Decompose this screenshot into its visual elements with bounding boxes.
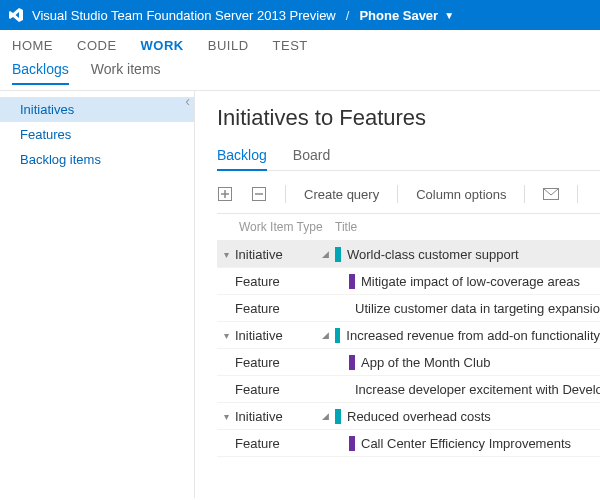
work-item-title: Increase developer excitement with Devel… (335, 382, 600, 397)
tab-backlog[interactable]: Backlog (217, 141, 267, 171)
subnav-work-items[interactable]: Work items (91, 61, 161, 84)
work-item-type: Feature (235, 382, 335, 397)
title-separator: / (346, 8, 350, 23)
sidebar-item-initiatives[interactable]: Initiatives (0, 97, 194, 122)
feature-color-chip (349, 436, 355, 451)
column-header-title[interactable]: Title (335, 220, 600, 234)
toolbar-divider (577, 185, 578, 203)
collapse-child-icon[interactable]: ◢ (322, 249, 329, 259)
collapse-all-icon[interactable] (251, 186, 267, 202)
tab-board[interactable]: Board (293, 141, 330, 170)
nav-work[interactable]: WORK (141, 38, 184, 53)
work-item-title: World-class customer support (335, 247, 600, 262)
secondary-nav: Backlogs Work items (0, 59, 600, 91)
nav-test[interactable]: TEST (273, 38, 308, 53)
collapse-child-icon[interactable]: ◢ (322, 330, 329, 340)
work-item-row[interactable]: ▾Initiative◢Reduced overhead costs (217, 403, 600, 430)
sidebar-collapse-icon[interactable]: ‹ (185, 93, 190, 109)
initiative-color-chip (335, 409, 341, 424)
expand-icon[interactable]: ▾ (217, 411, 235, 422)
work-item-type: Initiative◢ (235, 328, 335, 343)
feature-color-chip (349, 274, 355, 289)
sidebar-item-features[interactable]: Features (0, 122, 194, 147)
subnav-backlogs[interactable]: Backlogs (12, 61, 69, 85)
column-header-type[interactable]: Work Item Type (217, 220, 335, 234)
work-item-row[interactable]: FeatureIncrease developer excitement wit… (217, 376, 600, 403)
work-item-title: Call Center Efficiency Improvements (335, 436, 600, 451)
add-item-icon[interactable] (217, 186, 233, 202)
toolbar-divider (285, 185, 286, 203)
work-item-type: Feature (235, 274, 335, 289)
content-tabs: Backlog Board (217, 141, 600, 171)
nav-code[interactable]: CODE (77, 38, 117, 53)
expand-icon[interactable]: ▾ (217, 249, 235, 260)
work-item-title: Utilize customer data in targeting expan… (335, 301, 600, 316)
main-area: ‹ Initiatives Features Backlog items Ini… (0, 91, 600, 498)
work-item-type: Initiative◢ (235, 409, 335, 424)
work-item-type: Feature (235, 436, 335, 451)
project-dropdown[interactable]: Phone Saver ▼ (359, 8, 454, 23)
grid-body: ▾Initiative◢World-class customer support… (217, 241, 600, 457)
work-item-title: Mitigate impact of low-coverage areas (335, 274, 600, 289)
grid-header: Work Item Type Title (217, 214, 600, 241)
app-title: Visual Studio Team Foundation Server 201… (32, 8, 336, 23)
collapse-child-icon[interactable]: ◢ (322, 411, 329, 421)
work-item-title: App of the Month Club (335, 355, 600, 370)
nav-home[interactable]: HOME (12, 38, 53, 53)
page-title: Initiatives to Features (217, 105, 600, 131)
sidebar-item-backlog-items[interactable]: Backlog items (0, 147, 194, 172)
work-item-row[interactable]: FeatureCall Center Efficiency Improvemen… (217, 430, 600, 457)
toolbar-divider (397, 185, 398, 203)
chevron-down-icon: ▼ (444, 10, 454, 21)
work-item-type: Feature (235, 301, 335, 316)
expand-icon[interactable]: ▾ (217, 330, 235, 341)
work-item-row[interactable]: ▾Initiative◢Increased revenue from add-o… (217, 322, 600, 349)
toolbar-divider (524, 185, 525, 203)
initiative-color-chip (335, 247, 341, 262)
project-name: Phone Saver (359, 8, 438, 23)
nav-build[interactable]: BUILD (208, 38, 249, 53)
work-item-row[interactable]: FeatureMitigate impact of low-coverage a… (217, 268, 600, 295)
vs-logo-icon (8, 7, 24, 23)
email-icon[interactable] (543, 186, 559, 202)
work-item-row[interactable]: FeatureApp of the Month Club (217, 349, 600, 376)
content-area: Initiatives to Features Backlog Board Cr… (195, 91, 600, 498)
work-item-type: Feature (235, 355, 335, 370)
title-bar: Visual Studio Team Foundation Server 201… (0, 0, 600, 30)
initiative-color-chip (335, 328, 340, 343)
work-item-title: Reduced overhead costs (335, 409, 600, 424)
feature-color-chip (349, 355, 355, 370)
backlog-sidebar: ‹ Initiatives Features Backlog items (0, 91, 195, 498)
column-options-button[interactable]: Column options (416, 187, 506, 202)
work-item-row[interactable]: FeatureUtilize customer data in targetin… (217, 295, 600, 322)
backlog-toolbar: Create query Column options (217, 179, 600, 214)
work-item-type: Initiative◢ (235, 247, 335, 262)
work-item-title: Increased revenue from add-on functional… (335, 328, 600, 343)
create-query-button[interactable]: Create query (304, 187, 379, 202)
primary-nav: HOME CODE WORK BUILD TEST (0, 30, 600, 59)
work-item-row[interactable]: ▾Initiative◢World-class customer support (217, 241, 600, 268)
